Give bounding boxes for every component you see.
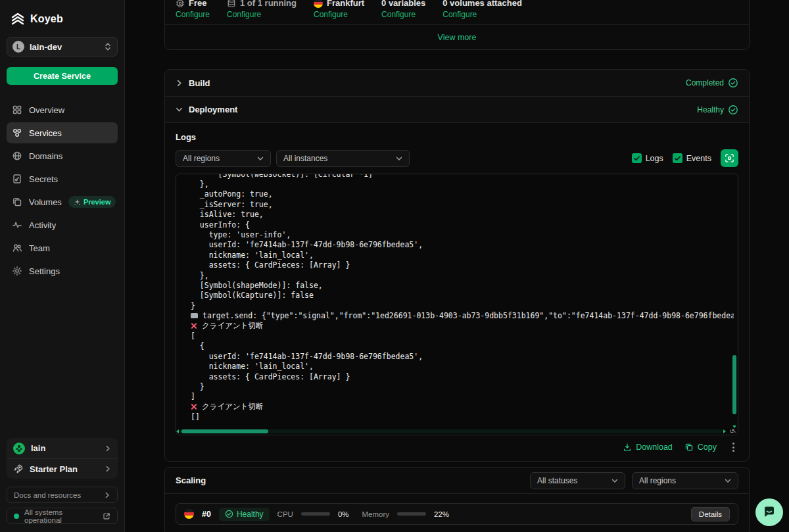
- log-line: nickname: 'lain_local',: [191, 250, 734, 260]
- brand-name: Koyeb: [30, 13, 63, 25]
- log-line: target.send: {"type":"signal","from":"1e…: [191, 310, 734, 320]
- chevron-down-icon: [176, 106, 183, 113]
- resize-handle-icon[interactable]: [730, 427, 736, 433]
- koyeb-logo-icon: [11, 12, 25, 26]
- sidebar-item-volumes[interactable]: Volumes Preview: [7, 191, 118, 212]
- instances-stack-icon: [227, 0, 236, 8]
- chevron-down-icon: [611, 477, 618, 484]
- log-line: ]: [191, 392, 734, 402]
- vertical-scroll-thumb[interactable]: [732, 355, 736, 414]
- create-service-button[interactable]: Create Service: [7, 67, 118, 85]
- log-line: type: 'user-info',: [191, 230, 734, 239]
- metric-label: 0 volumes attached: [442, 0, 522, 8]
- rocket-icon: [13, 464, 24, 474]
- sidebar-item-label: Activity: [29, 220, 56, 230]
- activity-pulse-icon: [12, 220, 22, 230]
- configure-link[interactable]: Configure: [381, 10, 425, 19]
- fullscreen-icon: [725, 153, 734, 163]
- plan-row[interactable]: Starter Plan: [7, 458, 118, 479]
- configure-link[interactable]: Configure: [314, 10, 364, 19]
- log-line-icon: [191, 403, 197, 410]
- scaling-regions-filter-value: All regions: [639, 476, 676, 485]
- support-chat-button[interactable]: [755, 498, 783, 526]
- cpu-label: CPU: [277, 510, 293, 518]
- status-filter-value: All statuses: [537, 476, 577, 485]
- log-line: userId: 'fe7414ab-137f-47dd-9b98-6e796fb…: [191, 240, 734, 250]
- scroll-left-arrow-icon[interactable]: [176, 429, 179, 433]
- scaling-card: Scaling All statuses All regions #0: [164, 467, 750, 532]
- log-line: [Symbol(kCapture)]: false: [191, 291, 734, 301]
- log-line: userInfo: {: [191, 220, 734, 230]
- download-label: Download: [636, 443, 673, 452]
- build-status: Completed: [686, 78, 738, 88]
- regions-filter-select[interactable]: All regions: [176, 150, 271, 167]
- org-name: lain-dev: [30, 42, 99, 52]
- configure-link[interactable]: Configure: [227, 10, 297, 19]
- deployment-section-header[interactable]: Deployment Healthy: [165, 96, 749, 122]
- logs-filter-row: All regions All instances Logs: [176, 149, 738, 167]
- events-toggle[interactable]: Events: [673, 153, 711, 163]
- docs-resources-link[interactable]: Docs and resources: [7, 487, 118, 503]
- scaling-regions-filter-select[interactable]: All regions: [632, 472, 738, 489]
- regions-filter-value: All regions: [183, 154, 220, 163]
- instance-details-button[interactable]: Details: [691, 507, 730, 521]
- team-people-icon: [12, 243, 22, 253]
- user-name: lain: [31, 443, 99, 453]
- vertical-scrollbar[interactable]: [732, 177, 736, 424]
- log-line: [Symbol(shapeMode)]: false,: [191, 280, 734, 290]
- configure-link[interactable]: Configure: [442, 10, 522, 19]
- instance-row[interactable]: #0 Healthy CPU 0% Memory 22% Details: [176, 503, 738, 525]
- brand: Koyeb: [7, 9, 118, 37]
- metric-variables: 0 variables Configure: [381, 0, 425, 19]
- scroll-right-arrow-icon[interactable]: [723, 429, 726, 433]
- horizontal-scroll-thumb[interactable]: [181, 429, 268, 433]
- grid-icon: [12, 105, 22, 115]
- fullscreen-logs-button[interactable]: [721, 149, 738, 167]
- system-status-link[interactable]: All systems operational: [7, 508, 118, 524]
- log-viewer[interactable]: [Symbol(websocket)]: [Circular *1] }, _a…: [176, 174, 738, 435]
- instances-filter-select[interactable]: All instances: [276, 150, 410, 167]
- sidebar-item-label: Settings: [29, 266, 60, 276]
- view-more-link[interactable]: View more: [438, 33, 477, 42]
- logs-toggle[interactable]: Logs: [632, 153, 663, 163]
- log-line-icon: [191, 322, 197, 329]
- metric-region: Frankfurt Configure: [314, 0, 364, 19]
- sidebar-item-team[interactable]: Team: [7, 237, 118, 258]
- check-circle-icon: [728, 78, 738, 88]
- org-selector[interactable]: L lain-dev: [7, 37, 118, 57]
- user-row[interactable]: lain: [7, 438, 118, 458]
- build-section-header[interactable]: Build Completed: [165, 70, 749, 96]
- sidebar-item-label: Services: [29, 128, 62, 138]
- sidebar-item-settings[interactable]: Settings: [7, 260, 118, 281]
- chevron-down-icon: [257, 155, 264, 162]
- scaling-header: Scaling All statuses All regions: [165, 468, 749, 494]
- log-line: []: [191, 412, 734, 422]
- log-line: assets: { CardPieces: [Array] }: [191, 372, 734, 381]
- sidebar-item-services[interactable]: Services: [7, 122, 118, 143]
- status-filter-select[interactable]: All statuses: [530, 472, 625, 489]
- sidebar-item-overview[interactable]: Overview: [7, 99, 118, 120]
- log-options-menu-button[interactable]: [729, 441, 738, 453]
- checkbox-checked-icon: [632, 153, 642, 163]
- deployment-status-text: Healthy: [697, 105, 724, 114]
- metric-label: Free: [189, 0, 206, 8]
- sidebar-item-domains[interactable]: Domains: [7, 145, 118, 166]
- log-line: }: [191, 301, 734, 310]
- configure-link[interactable]: Configure: [176, 10, 210, 19]
- sidebar-item-activity[interactable]: Activity: [7, 214, 118, 235]
- globe-icon: [12, 151, 22, 161]
- sidebar-item-label: Domains: [29, 151, 62, 161]
- log-line: クライアント切断: [191, 402, 734, 412]
- log-line: },: [191, 270, 734, 280]
- app-root: Koyeb L lain-dev Create Service Overview…: [0, 0, 789, 532]
- sidebar-item-secrets[interactable]: Secrets: [7, 168, 118, 189]
- horizontal-scrollbar[interactable]: [179, 429, 722, 433]
- copy-logs-button[interactable]: Copy: [684, 443, 717, 452]
- metric-plan: Free Configure: [176, 0, 210, 19]
- metric-label: 1 of 1 running: [240, 0, 297, 8]
- download-logs-button[interactable]: Download: [623, 443, 673, 452]
- download-icon: [623, 443, 632, 452]
- metric-label: 0 variables: [381, 0, 425, 8]
- chevron-right-icon: [105, 466, 111, 472]
- log-line: isAlive: true,: [191, 210, 734, 220]
